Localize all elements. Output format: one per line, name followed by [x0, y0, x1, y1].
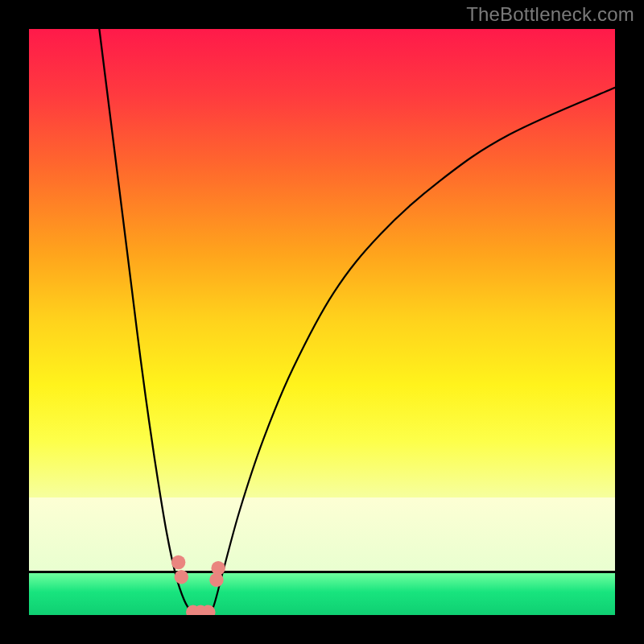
marker-dot	[175, 570, 188, 584]
watermark-text: TheBottleneck.com	[466, 3, 634, 26]
marker-dot	[171, 555, 185, 569]
curves-svg	[29, 29, 615, 615]
right-curve	[208, 88, 615, 615]
plot-area	[29, 29, 615, 615]
chart-canvas: TheBottleneck.com	[0, 0, 644, 644]
marker-dot	[211, 561, 225, 575]
left-curve	[99, 29, 192, 615]
